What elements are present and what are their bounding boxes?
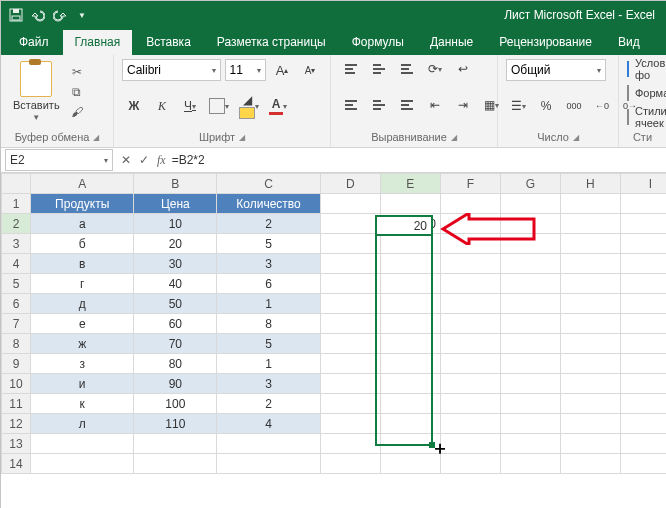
cell[interactable]: 30	[134, 254, 217, 274]
col-header-F[interactable]: F	[440, 174, 500, 194]
cell[interactable]: Количество	[217, 194, 321, 214]
cell[interactable]	[217, 454, 321, 474]
cell[interactable]	[380, 234, 440, 254]
cell[interactable]: 3	[217, 374, 321, 394]
wrap-text-icon[interactable]: ↩	[451, 59, 475, 79]
cell[interactable]	[320, 314, 380, 334]
increase-indent-icon[interactable]: ⇥	[451, 95, 475, 115]
cell[interactable]: д	[30, 294, 134, 314]
row-header[interactable]: 8	[2, 334, 31, 354]
cell[interactable]	[320, 394, 380, 414]
col-header-C[interactable]: C	[217, 174, 321, 194]
cell[interactable]: г	[30, 274, 134, 294]
cell[interactable]	[560, 394, 620, 414]
row-header[interactable]: 4	[2, 254, 31, 274]
select-all-corner[interactable]	[2, 174, 31, 194]
cell[interactable]	[320, 434, 380, 454]
tab-page-layout[interactable]: Разметка страницы	[205, 30, 338, 55]
cell[interactable]	[560, 214, 620, 234]
cell[interactable]	[620, 394, 666, 414]
cell[interactable]: 1	[217, 354, 321, 374]
cell[interactable]	[380, 314, 440, 334]
align-right-icon[interactable]	[395, 95, 419, 115]
cell[interactable]	[320, 294, 380, 314]
cell[interactable]	[440, 334, 500, 354]
cell[interactable]: 1	[217, 294, 321, 314]
cell[interactable]	[380, 274, 440, 294]
col-header-I[interactable]: I	[620, 174, 666, 194]
italic-button[interactable]: К	[150, 96, 174, 116]
cell[interactable]	[320, 334, 380, 354]
cell[interactable]	[560, 294, 620, 314]
col-header-D[interactable]: D	[320, 174, 380, 194]
cell[interactable]	[440, 434, 500, 454]
cell[interactable]: 5	[217, 234, 321, 254]
increase-decimal-icon[interactable]: ←0	[590, 96, 614, 116]
cell[interactable]: з	[30, 354, 134, 374]
cell[interactable]	[620, 374, 666, 394]
cell[interactable]: Цена	[134, 194, 217, 214]
cell[interactable]	[134, 434, 217, 454]
cell[interactable]	[620, 354, 666, 374]
format-as-table-button[interactable]: Форматиров	[627, 83, 658, 103]
align-center-icon[interactable]	[367, 95, 391, 115]
cell[interactable]	[380, 374, 440, 394]
cell[interactable]	[440, 414, 500, 434]
save-icon[interactable]	[7, 6, 25, 24]
cell[interactable]: 4	[217, 414, 321, 434]
row-header[interactable]: 10	[2, 374, 31, 394]
cell[interactable]	[500, 274, 560, 294]
cell[interactable]	[560, 314, 620, 334]
cell[interactable]	[500, 414, 560, 434]
name-box[interactable]: E2▾	[5, 149, 113, 171]
cell-styles-button[interactable]: Стили ячеек	[627, 107, 658, 127]
row-header[interactable]: 6	[2, 294, 31, 314]
cell[interactable]: е	[30, 314, 134, 334]
cell[interactable]: 80	[134, 354, 217, 374]
dialog-launcher-icon[interactable]: ◢	[93, 133, 99, 142]
cell[interactable]: и	[30, 374, 134, 394]
accounting-format-icon[interactable]: ☰▾	[506, 96, 530, 116]
cell[interactable]: 100	[134, 394, 217, 414]
cell[interactable]	[620, 294, 666, 314]
font-name-select[interactable]: Calibri▾	[122, 59, 221, 81]
cell[interactable]	[620, 454, 666, 474]
cell[interactable]	[380, 334, 440, 354]
percent-format-icon[interactable]: %	[534, 96, 558, 116]
cancel-formula-icon[interactable]: ✕	[121, 153, 131, 167]
row-header[interactable]: 12	[2, 414, 31, 434]
cell[interactable]	[620, 334, 666, 354]
cell[interactable]	[380, 294, 440, 314]
col-header-E[interactable]: E	[380, 174, 440, 194]
fx-icon[interactable]: fx	[157, 153, 166, 168]
cell[interactable]: Продукты	[30, 194, 134, 214]
cell[interactable]: ж	[30, 334, 134, 354]
cell[interactable]	[500, 294, 560, 314]
row-header[interactable]: 14	[2, 454, 31, 474]
paste-button[interactable]: Вставить ▼	[9, 59, 64, 124]
cell[interactable]	[440, 294, 500, 314]
cell[interactable]	[30, 434, 134, 454]
cell[interactable]	[320, 374, 380, 394]
undo-icon[interactable]	[29, 6, 47, 24]
cell[interactable]: 20	[134, 234, 217, 254]
tab-home[interactable]: Главная	[63, 30, 133, 55]
dialog-launcher-icon[interactable]: ◢	[451, 133, 457, 142]
borders-button[interactable]: ▾	[206, 96, 232, 116]
cell[interactable]	[620, 314, 666, 334]
cell[interactable]: 110	[134, 414, 217, 434]
cell[interactable]: в	[30, 254, 134, 274]
cell[interactable]	[440, 254, 500, 274]
cell[interactable]: 50	[134, 294, 217, 314]
cell[interactable]	[440, 314, 500, 334]
row-header[interactable]: 7	[2, 314, 31, 334]
redo-icon[interactable]	[51, 6, 69, 24]
cell[interactable]	[620, 414, 666, 434]
enter-formula-icon[interactable]: ✓	[139, 153, 149, 167]
grow-font-icon[interactable]: A▴	[270, 60, 294, 80]
cell[interactable]	[500, 194, 560, 214]
cell[interactable]	[440, 274, 500, 294]
cell[interactable]: к	[30, 394, 134, 414]
align-bottom-icon[interactable]	[395, 59, 419, 79]
tab-data[interactable]: Данные	[418, 30, 485, 55]
